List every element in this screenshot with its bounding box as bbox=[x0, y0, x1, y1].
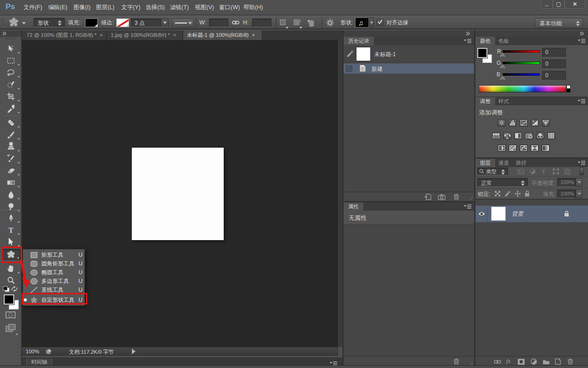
move-tool[interactable] bbox=[1, 43, 21, 54]
status-popup-arrow[interactable] bbox=[132, 349, 136, 354]
blue-value-field[interactable]: 0 bbox=[542, 71, 566, 80]
tool-mode-dropdown[interactable]: 形状 bbox=[34, 18, 65, 27]
history-brush-source-icon[interactable] bbox=[346, 50, 354, 58]
opacity-dropdown-button[interactable] bbox=[576, 178, 582, 187]
lock-position-icon[interactable] bbox=[514, 190, 521, 197]
delete-state-trash-icon[interactable] bbox=[453, 194, 459, 200]
spectrum-black-swatch[interactable] bbox=[566, 89, 571, 92]
link-layers-icon[interactable] bbox=[494, 360, 501, 364]
adjustment-threshold[interactable] bbox=[520, 144, 528, 152]
path-alignment-button[interactable] bbox=[293, 19, 301, 29]
collapse-dock-icon[interactable] bbox=[466, 32, 470, 35]
filter-shape-layers-icon[interactable] bbox=[553, 168, 559, 174]
lock-image-pixels-icon[interactable] bbox=[504, 190, 511, 197]
menu-help[interactable]: 帮助(H) bbox=[237, 0, 269, 15]
tools-panel-header[interactable] bbox=[0, 30, 21, 37]
document-canvas[interactable] bbox=[132, 148, 224, 240]
menu-item-rounded-rectangle-tool[interactable]: 圆角矩形工具 U bbox=[23, 259, 85, 268]
channels-tab[interactable]: 通道 bbox=[494, 159, 514, 167]
gear-icon[interactable] bbox=[326, 18, 334, 29]
panel-menu-icon[interactable] bbox=[464, 39, 472, 43]
adjustment-selective-color[interactable] bbox=[542, 144, 550, 152]
new-group-folder-icon[interactable] bbox=[543, 359, 550, 365]
swatches-tab[interactable]: 色板 bbox=[494, 37, 514, 45]
pen-tool[interactable] bbox=[1, 213, 21, 224]
layer-thumbnail[interactable] bbox=[491, 207, 506, 221]
path-selection-tool[interactable] bbox=[1, 236, 21, 247]
document-tab-1[interactable]: 72 @ 100% (图层 1, RGB/8) *× bbox=[23, 30, 107, 40]
blend-mode-dropdown[interactable]: 正常 bbox=[477, 178, 528, 187]
status-icon[interactable] bbox=[45, 349, 51, 355]
adjustment-gradient-map[interactable] bbox=[531, 144, 539, 152]
type-tool[interactable]: T bbox=[1, 224, 21, 236]
spot-healing-brush-tool[interactable] bbox=[1, 117, 21, 128]
stroke-color-swatch[interactable] bbox=[116, 18, 129, 27]
blue-slider-handle[interactable] bbox=[500, 76, 505, 80]
layer-filter-type-dropdown[interactable]: 类型 bbox=[477, 167, 508, 175]
adjustment-levels[interactable] bbox=[509, 119, 517, 126]
fill-dropdown-button[interactable] bbox=[576, 190, 582, 198]
adjustment-channel-mixer[interactable] bbox=[536, 132, 544, 139]
path-arrangement-button[interactable] bbox=[307, 18, 316, 29]
trash-icon[interactable] bbox=[453, 358, 459, 365]
history-state-row-selected[interactable]: 新建 bbox=[344, 63, 474, 74]
color-spectrum-ramp[interactable] bbox=[479, 85, 566, 92]
foreground-color-swatch[interactable] bbox=[4, 294, 14, 305]
vertical-scrollbar[interactable] bbox=[338, 40, 342, 347]
filter-adjustment-layers-icon[interactable] bbox=[530, 168, 536, 174]
path-operations-button[interactable] bbox=[279, 19, 288, 29]
adjustment-color-balance[interactable] bbox=[503, 132, 511, 139]
document-size-info[interactable]: 文档:117.2K/0 字节 bbox=[69, 349, 114, 356]
custom-shape-thumbnail[interactable]: ♫ bbox=[355, 17, 369, 28]
lock-transparent-pixels-icon[interactable] bbox=[495, 191, 500, 196]
visibility-well[interactable] bbox=[475, 206, 488, 222]
adjustments-tab[interactable]: 调整 bbox=[475, 97, 495, 105]
adjustment-color-lookup[interactable] bbox=[547, 132, 555, 139]
red-slider-track[interactable] bbox=[503, 50, 540, 53]
adjustment-invert[interactable] bbox=[498, 144, 506, 152]
spectrum-white-swatch[interactable] bbox=[566, 85, 571, 89]
green-value-field[interactable]: 0 bbox=[542, 59, 566, 69]
fill-color-swatch[interactable] bbox=[85, 18, 98, 27]
current-tool-icon[interactable] bbox=[8, 17, 20, 30]
eye-icon[interactable] bbox=[478, 212, 485, 216]
layer-filter-toggle[interactable] bbox=[580, 167, 584, 175]
eyedropper-tool[interactable] bbox=[1, 103, 21, 114]
menu-item-ellipse-tool[interactable]: 椭圆工具 U bbox=[23, 268, 85, 277]
new-layer-icon[interactable] bbox=[555, 358, 561, 365]
paths-tab[interactable]: 路径 bbox=[511, 159, 531, 167]
panel-menu-icon[interactable] bbox=[578, 99, 586, 104]
default-colors-control[interactable] bbox=[3, 286, 10, 294]
opacity-field[interactable]: 100% bbox=[557, 178, 576, 187]
menu-item-polygon-tool[interactable]: 多边形工具 U bbox=[23, 277, 85, 286]
adjustment-photo-filter[interactable] bbox=[525, 132, 533, 139]
window-close-button[interactable]: ✕ bbox=[565, 0, 585, 9]
layers-tab[interactable]: 图层 bbox=[475, 159, 495, 167]
link-dimensions-icon[interactable] bbox=[232, 19, 239, 28]
snapshot-thumbnail[interactable] bbox=[356, 47, 371, 61]
quick-mask-mode-button[interactable] bbox=[6, 311, 16, 320]
new-adjustment-layer-icon[interactable] bbox=[531, 358, 537, 365]
filter-smart-objects-icon[interactable] bbox=[564, 168, 571, 175]
document-tab-3-active[interactable]: 未标题-1 @ 100%(RGB/8)× bbox=[183, 30, 262, 40]
menu-item-rectangle-tool[interactable]: 矩形工具 U bbox=[23, 251, 85, 259]
history-source-checkbox[interactable] bbox=[346, 65, 352, 72]
history-snapshot-row[interactable]: 未标题-1 bbox=[344, 46, 474, 62]
stroke-width-arrow-button[interactable] bbox=[161, 19, 168, 27]
adjustment-curves[interactable] bbox=[520, 119, 528, 126]
panel-menu-icon[interactable] bbox=[578, 161, 586, 165]
new-snapshot-camera-icon[interactable] bbox=[438, 194, 446, 200]
quick-selection-tool[interactable] bbox=[1, 79, 21, 90]
adjustment-hue-saturation[interactable] bbox=[492, 132, 500, 139]
tools-panel-grip[interactable] bbox=[5, 38, 17, 40]
fill-field[interactable]: 100% bbox=[557, 190, 576, 198]
crop-tool[interactable] bbox=[1, 91, 21, 102]
width-input[interactable] bbox=[209, 18, 228, 27]
panel-menu-icon[interactable] bbox=[464, 204, 472, 209]
adjustment-exposure[interactable] bbox=[531, 119, 539, 126]
screen-mode-button[interactable] bbox=[6, 324, 16, 334]
swap-colors-control[interactable] bbox=[11, 286, 18, 294]
eraser-tool[interactable] bbox=[1, 165, 21, 176]
adjustment-vibrance[interactable] bbox=[542, 119, 550, 126]
align-edges-checkbox[interactable] bbox=[377, 19, 384, 26]
